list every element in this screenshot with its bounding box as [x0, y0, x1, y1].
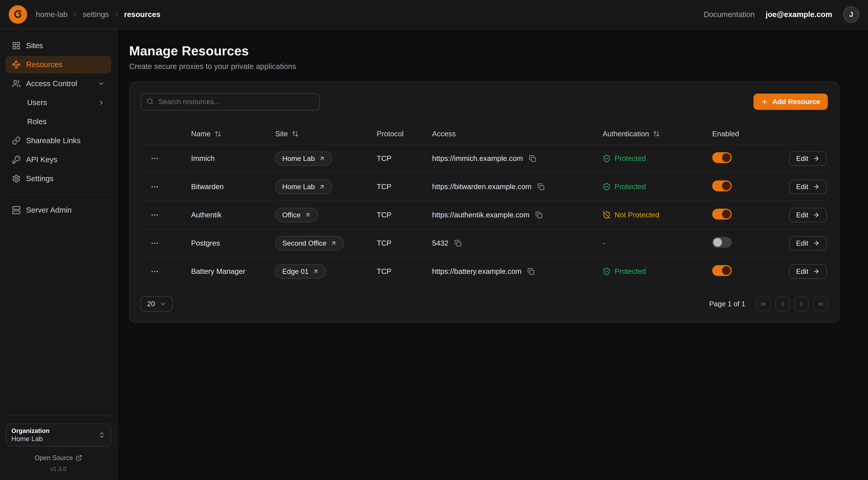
page-size-select[interactable]: 20 — [141, 296, 173, 312]
resource-access: 5432 — [432, 239, 448, 247]
sidebar-item-shareable-links[interactable]: Shareable Links — [5, 132, 111, 149]
enabled-toggle[interactable] — [712, 152, 732, 163]
sidebar-item-access-control[interactable]: Access Control — [5, 75, 111, 92]
site-link-pill[interactable]: Second Office — [275, 236, 344, 250]
organization-selector[interactable]: Organization Home Lab — [5, 423, 111, 447]
site-link-pill[interactable]: Edge 01 — [275, 264, 326, 279]
copy-button[interactable] — [528, 154, 537, 163]
edit-cell: Edit — [767, 264, 828, 279]
enabled-toggle[interactable] — [712, 265, 732, 276]
copy-icon — [537, 183, 545, 190]
last-page-button[interactable] — [813, 297, 828, 311]
resource-rows: Immich Home Lab TCP https://immich.examp… — [141, 144, 828, 285]
user-email: joe@example.com — [766, 10, 832, 19]
site-cell: Office — [275, 208, 377, 222]
user-avatar[interactable]: J — [843, 6, 859, 23]
arrow-right-icon — [813, 240, 820, 247]
enabled-cell — [712, 237, 767, 249]
resource-protocol: TCP — [377, 211, 432, 219]
sidebar-item-resources[interactable]: Resources — [5, 56, 111, 73]
enabled-toggle[interactable] — [712, 237, 732, 248]
sidebar-item-roles[interactable]: Roles — [5, 113, 111, 130]
resource-name: Bitwarden — [191, 182, 275, 191]
edit-button[interactable]: Edit — [789, 236, 827, 250]
add-resource-button[interactable]: Add Resource — [753, 94, 828, 110]
arrow-up-right-icon — [319, 183, 325, 190]
sidebar-item-label: Users — [27, 98, 47, 107]
copy-button[interactable] — [534, 210, 544, 219]
copy-button[interactable] — [453, 239, 463, 248]
search-input[interactable] — [141, 93, 320, 111]
arrow-right-icon — [813, 183, 820, 190]
auth-status: Protected — [602, 154, 712, 163]
row-actions-cell — [141, 180, 191, 193]
header-name[interactable]: Name — [191, 129, 275, 138]
sidebar-item-users[interactable]: Users — [5, 94, 111, 111]
arrow-up-right-icon — [319, 155, 325, 162]
app-version: v1.3.0 — [5, 466, 111, 472]
page-indicator: Page 1 of 1 — [709, 300, 745, 308]
search-wrap — [141, 93, 320, 111]
site-link-pill[interactable]: Home Lab — [275, 180, 332, 194]
sidebar-item-api-keys[interactable]: API Keys — [5, 151, 111, 168]
chevron-down-icon — [98, 80, 105, 87]
enabled-toggle[interactable] — [712, 180, 732, 191]
app-logo-icon[interactable] — [9, 5, 27, 24]
site-link-pill[interactable]: Home Lab — [275, 151, 332, 166]
open-source-link[interactable]: Open Source — [5, 454, 111, 462]
resource-name: Authentik — [191, 211, 275, 219]
row-actions-cell — [141, 152, 191, 165]
enabled-cell — [712, 265, 767, 278]
table-row: Bitwarden Home Lab TCP https://bitwarden… — [141, 172, 828, 201]
row-menu-button[interactable] — [148, 180, 161, 193]
row-actions-cell — [141, 209, 191, 221]
table-row: Postgres Second Office TCP 5432 - Edit — [141, 229, 828, 257]
shield-check-icon — [602, 183, 611, 191]
first-page-button[interactable] — [756, 297, 771, 311]
sidebar-item-sites[interactable]: Sites — [5, 37, 111, 54]
sidebar-item-label: Settings — [26, 174, 54, 183]
sidebar-item-server-admin[interactable]: Server Admin — [5, 202, 111, 219]
chevrons-left-icon — [760, 300, 767, 307]
plus-icon — [761, 98, 768, 106]
edit-button[interactable]: Edit — [789, 208, 827, 222]
row-menu-button[interactable] — [148, 209, 161, 221]
row-menu-button[interactable] — [148, 237, 161, 250]
next-page-button[interactable] — [794, 297, 809, 311]
copy-button[interactable] — [536, 182, 546, 191]
edit-button[interactable]: Edit — [789, 151, 827, 166]
page-subtitle: Create secure proxies to your private ap… — [129, 62, 839, 71]
previous-page-button[interactable] — [775, 297, 790, 311]
header-authentication[interactable]: Authentication — [602, 129, 712, 138]
header-site[interactable]: Site — [275, 129, 377, 138]
enabled-cell — [712, 180, 767, 193]
link-icon — [12, 136, 21, 145]
sort-icon — [653, 130, 660, 138]
header-access: Access — [432, 129, 602, 138]
edit-cell: Edit — [767, 236, 828, 250]
ellipsis-icon — [150, 239, 159, 248]
arrow-right-icon — [813, 211, 820, 218]
enabled-toggle[interactable] — [712, 209, 732, 219]
documentation-link[interactable]: Documentation — [704, 10, 755, 19]
edit-button-label: Edit — [796, 183, 808, 191]
resources-card: Add Resource Name Site Protocol — [129, 82, 839, 323]
site-link-pill[interactable]: Office — [275, 208, 318, 222]
site-pill-label: Second Office — [282, 239, 327, 247]
auth-status-label: Protected — [615, 154, 646, 163]
sidebar-item-label: Resources — [26, 60, 62, 69]
ellipsis-icon — [150, 267, 159, 276]
sidebar-item-label: Shareable Links — [26, 136, 81, 145]
breadcrumb-org[interactable]: home-lab — [36, 10, 67, 19]
breadcrumb-settings[interactable]: settings — [83, 10, 109, 19]
edit-button[interactable]: Edit — [789, 180, 827, 194]
row-menu-button[interactable] — [148, 152, 161, 165]
edit-button-label: Edit — [796, 155, 808, 162]
sidebar-item-settings[interactable]: Settings — [5, 170, 111, 187]
header-label: Site — [275, 129, 288, 138]
add-resource-label: Add Resource — [772, 98, 820, 106]
row-menu-button[interactable] — [148, 265, 161, 278]
edit-button[interactable]: Edit — [789, 264, 827, 279]
copy-button[interactable] — [526, 267, 536, 276]
site-pill-label: Edge 01 — [282, 268, 309, 275]
